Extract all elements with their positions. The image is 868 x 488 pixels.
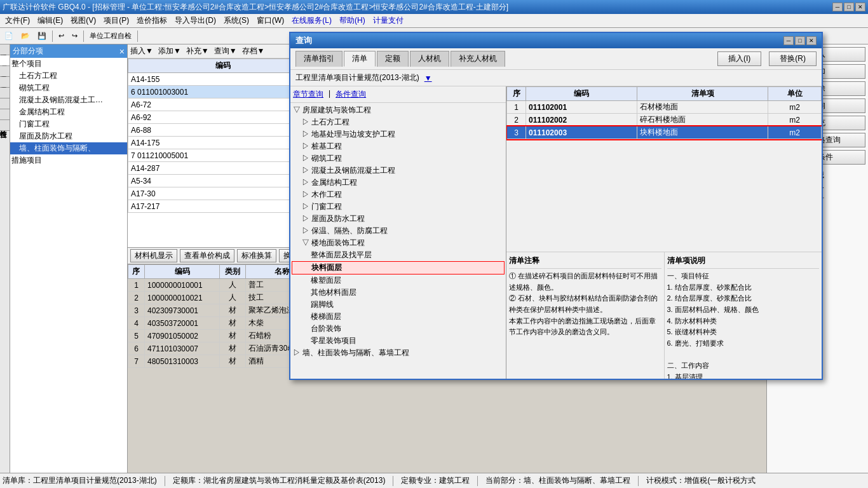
desc-notes-content: ① 在描述碎石料项目的面层材料特征时可不用描述规格、颜色。 ② 石材、块料与胶结… (509, 271, 661, 338)
desc-explain-panel: 清单项说明 一、项目特征 1. 结合层厚度、砂浆配合比 2. 结合层厚度、砂浆配… (665, 252, 822, 379)
dt-code: 011102002 (526, 114, 637, 126)
dialog-tab-supplement[interactable]: 补充人材机 (451, 51, 505, 67)
tree-item[interactable]: ▷ 土石方工程 (292, 116, 505, 128)
dt-seq: 3 (507, 126, 526, 139)
dialog-tab-clearance[interactable]: 清单 (344, 51, 376, 67)
tree-item[interactable]: 踢脚线 (292, 299, 505, 311)
query-dialog: 查询 ─ □ ✕ 清单指引 清单 定额 人材机 补充人材机 插入(I) 替换(R… (289, 32, 823, 380)
desc-explain-content: 一、项目特征 1. 结合层厚度、砂浆配合比 2. 结合层厚度、砂浆配合比 3. … (667, 271, 820, 379)
dt-code: 011102003 (526, 126, 637, 139)
dt-seq: 2 (507, 114, 526, 126)
tree-item[interactable]: ▷ 门窗工程 (292, 201, 505, 213)
dialog-tab-bar: 清单指引 清单 定额 人材机 补充人材机 (295, 51, 505, 67)
tree-item[interactable]: ▷ 砌筑工程 (292, 152, 505, 165)
dt-col-seq: 序 (507, 87, 526, 101)
dialog-table-area: 序 编码 清单项 单位 1 011102001 石材楼地面 m2 2 01110… (506, 86, 822, 252)
dialog-insert-btn[interactable]: 插入(I) (717, 51, 761, 66)
tree-item[interactable]: ▷ 保温、隔热、防腐工程 (292, 225, 505, 237)
tree-item[interactable]: 台阶装饰 (292, 323, 505, 335)
desc-notes-panel: 清单注释 ① 在描述碎石料项目的面层材料特征时可不用描述规格、颜色。 ② 石材、… (506, 252, 665, 379)
dialog-action-buttons: 插入(I) 替换(R) (717, 51, 817, 66)
tree-item[interactable]: 橡塑面层 (292, 274, 505, 287)
dt-unit: m2 (768, 126, 822, 139)
dt-seq: 1 (507, 101, 526, 114)
dialog-title-text: 查询 (295, 35, 312, 46)
search-bar: 章节查询 | 条件查询 (290, 86, 506, 103)
spec-dropdown[interactable]: ▼ (424, 74, 432, 83)
dialog-spec-bar: 工程里清单项目计量规范(2013-湖北) ▼ (290, 70, 822, 86)
dialog-left-panel: 章节查询 | 条件查询 ▽ 房屋建筑与装饰工程▷ 土石方工程▷ 地基处理与边坡支… (290, 86, 506, 379)
condition-query-link[interactable]: 条件查询 (336, 89, 366, 100)
dialog-table: 序 编码 清单项 单位 1 011102001 石材楼地面 m2 2 01110… (506, 86, 822, 139)
chapter-query-link[interactable]: 章节查询 (293, 89, 323, 100)
dialog-table-row[interactable]: 3 011102003 块料楼地面 m2 (507, 126, 822, 139)
tree-item[interactable]: ▷ 桩基工程 (292, 140, 505, 152)
dialog-controls: ─ □ ✕ (783, 36, 817, 45)
dialog-title-bar: 查询 ─ □ ✕ (290, 33, 822, 48)
tree-item[interactable]: ▷ 屋面及防水工程 (292, 213, 505, 225)
tree-item[interactable]: 其他材料面层 (292, 287, 505, 299)
dialog-body: 章节查询 | 条件查询 ▽ 房屋建筑与装饰工程▷ 土石方工程▷ 地基处理与边坡支… (290, 86, 822, 379)
tree-item[interactable]: ▷ 地基处理与边坡支护工程 (292, 128, 505, 140)
tree-item[interactable]: 零星装饰项目 (292, 335, 505, 347)
dt-unit: m2 (768, 101, 822, 114)
dialog-description-area: 清单注释 ① 在描述碎石料项目的面层材料特征时可不用描述规格、颜色。 ② 石材、… (506, 252, 822, 379)
dialog-tab-quota[interactable]: 定额 (377, 51, 409, 67)
dialog-right-panel: 序 编码 清单项 单位 1 011102001 石材楼地面 m2 2 01110… (506, 86, 822, 379)
spec-label: 工程里清单项目计量规范(2013-湖北) (295, 72, 419, 83)
dialog-tab-guide[interactable]: 清单指引 (295, 51, 342, 67)
search-sep: | (329, 89, 330, 100)
dt-unit: m2 (768, 114, 822, 126)
dialog-max-btn[interactable]: □ (795, 36, 805, 45)
tree-item[interactable]: 整体面层及找平层 (292, 249, 505, 261)
tree-item[interactable]: ▽ 房屋建筑与装饰工程 (292, 104, 505, 116)
tree-item[interactable]: ▽ 楼地面装饰工程 (292, 237, 505, 249)
dt-col-unit: 单位 (768, 87, 822, 101)
tree-item[interactable]: ▷ 木作工程 (292, 189, 505, 201)
desc-explain-title: 清单项说明 (667, 255, 820, 269)
dialog-close-btn[interactable]: ✕ (806, 36, 817, 45)
dialog-min-btn[interactable]: ─ (783, 36, 794, 45)
dialog-tab-materials[interactable]: 人材机 (410, 51, 449, 67)
tree-item[interactable]: 楼梯面层 (292, 311, 505, 323)
tree-item[interactable]: 块料面层 (292, 261, 505, 274)
tree-item[interactable]: ▷ 金属结构工程 (292, 177, 505, 189)
dt-name: 石材楼地面 (637, 101, 768, 114)
dt-code: 011102001 (526, 101, 637, 114)
dialog-table-row[interactable]: 1 011102001 石材楼地面 m2 (507, 101, 822, 114)
dt-name: 碎石料楼地面 (637, 114, 768, 126)
dt-col-name: 清单项 (637, 87, 768, 101)
tree-item[interactable]: ▷ 混凝土及钢筋混凝土工程 (292, 165, 505, 177)
dialog-table-row[interactable]: 2 011102002 碎石料楼地面 m2 (507, 114, 822, 126)
dt-name: 块料楼地面 (637, 126, 768, 139)
dt-col-code: 编码 (526, 87, 637, 101)
desc-notes-title: 清单注释 (509, 255, 661, 269)
tree-area: ▽ 房屋建筑与装饰工程▷ 土石方工程▷ 地基处理与边坡支护工程▷ 桩基工程▷ 砌… (290, 103, 506, 379)
dialog-replace-btn[interactable]: 替换(R) (769, 51, 817, 66)
tree-item[interactable]: ▷ 墙、柱面装饰与隔断、幕墙工程 (292, 347, 505, 359)
dialog-overlay: 查询 ─ □ ✕ 清单指引 清单 定额 人材机 补充人材机 插入(I) 替换(R… (0, 0, 868, 488)
